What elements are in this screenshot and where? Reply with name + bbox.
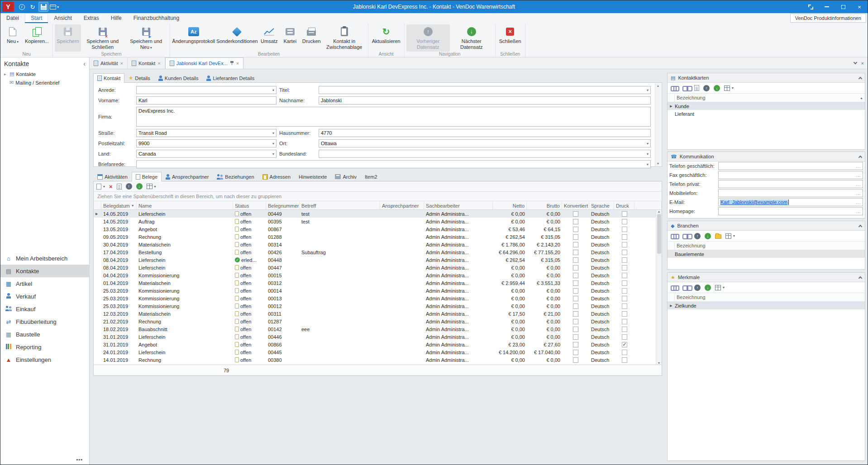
table-row[interactable]: 09.05.2019 Rechnung offen 01288 Admin Ad… [94,233,656,241]
schliessen-button[interactable]: Schließen [497,24,523,52]
naechster-datensatz-button[interactable]: ↓ Nächster Datensatz [450,24,493,52]
tab-ansprechpartner[interactable]: Ansprechpartner [162,172,213,181]
druck-checkbox[interactable] [622,342,627,347]
move-up-button[interactable]: ↑ [126,183,132,190]
column-header-sachbearbeiter[interactable]: Sachbearbeiter [424,201,493,210]
table-row[interactable]: 01.04.2019 Materialschein offen 00312 Ad… [94,279,656,287]
column-header-konvertiert[interactable]: Konvertiert [562,201,589,210]
grid-vertical-scrollbar[interactable]: ▲ ▼ [656,210,662,365]
vorheriger-datensatz-button[interactable]: ↑ Vorheriger Datensatz [406,24,450,52]
druck-checkbox[interactable] [622,304,627,309]
tree-item-kontakte[interactable]: ▸ ▤ Kontakte [0,70,89,78]
druck-checkbox[interactable] [622,242,627,247]
ellipsis-button[interactable]: … [856,181,861,187]
konvertiert-checkbox[interactable] [573,342,578,347]
kontaktkarten-header[interactable]: ▤ Kontaktkarten [668,73,865,83]
mobiltelefon-input[interactable]: … [718,189,863,197]
column-header-brutto[interactable]: Brutto [527,201,562,210]
folder-icon[interactable] [715,234,721,239]
tab-list-dropdown-icon[interactable] [853,61,857,64]
email-input[interactable]: Karl_Jablonski@example.com… [718,198,863,206]
konvertiert-checkbox[interactable] [573,357,578,363]
ellipsis-button[interactable]: … [856,199,861,205]
sidebar-item-baustelle[interactable]: ▦ Baustelle [0,328,89,341]
collapse-sidebar-icon[interactable]: ‹ [83,60,86,67]
telefon-geschaeftlich-input[interactable]: … [718,162,863,170]
konvertiert-checkbox[interactable] [573,265,578,270]
print-cards-icon[interactable] [694,85,699,91]
ribbon-tab-extras[interactable]: Extras [78,13,105,23]
unlink-icon[interactable] [682,85,690,90]
refresh-button[interactable]: ↻ [28,2,38,12]
grid-settings-button[interactable]: ▾ [724,85,734,91]
branchen-header[interactable]: ◆ Branchen [668,221,865,231]
konvertiert-checkbox[interactable] [573,219,578,224]
column-header-ansprechpartner[interactable]: Ansprechpartner [380,201,424,210]
druck-checkbox[interactable] [622,296,627,301]
circle-up-icon[interactable]: ↑ [703,85,710,91]
merkmale-header[interactable]: ★ Merkmale [668,273,865,282]
land-combobox[interactable]: Canada▾ [136,150,277,158]
list-item-bauelemente[interactable]: Bauelemente [668,250,865,258]
sidebar-item-mein-arbeitsbereich[interactable]: ⌂ Mein Arbeitsbereich [0,252,89,265]
druck-checkbox[interactable] [622,273,627,278]
ellipsis-button[interactable]: … [856,172,861,178]
form-scrollbar[interactable]: ▲▼ [655,83,661,166]
info-button[interactable]: i [17,2,27,12]
window-layout-button[interactable]: ▾ [49,2,59,12]
tab-beziehungen[interactable]: Beziehungen [213,172,258,181]
table-row[interactable]: 25.03.2019 Kommissionierung offen 00012 … [94,302,656,310]
table-row[interactable]: 25.03.2019 Kommissionierung offen 00013 … [94,294,656,302]
email-value[interactable]: Karl_Jablonski@example.com [720,199,788,205]
neu-button[interactable]: Neu▾ [2,24,23,52]
list-item-lieferant[interactable]: Lieferant [668,110,865,118]
minimize-button[interactable] [819,0,835,13]
konvertiert-checkbox[interactable] [573,311,578,317]
column-header-druck[interactable]: Druck [614,201,634,210]
table-row[interactable]: 18.02.2019 Bauabschnitt offen 00142 eee … [94,325,656,333]
ribbon-tab-datei[interactable]: Datei [0,13,25,23]
column-header-belegnummer[interactable]: Belegnummer [266,201,300,210]
grid-settings-button[interactable]: ▾ [725,233,735,239]
speichern-und-neu-button[interactable]: ▸ Speichern und Neu▾ [124,24,168,52]
ribbon-tab-finanzbuchhaltung[interactable]: Finanzbuchhaltung [128,13,185,23]
konvertiert-checkbox[interactable] [573,280,578,286]
druck-checkbox[interactable] [622,319,627,324]
sidebar-item-reporting[interactable]: Reporting [0,341,89,353]
branchen-column-header[interactable]: Bezeichnung [668,242,865,250]
column-header-netto[interactable]: Netto [493,201,527,210]
aktualisieren-button[interactable]: ↻ Aktualisieren [370,24,402,52]
table-row[interactable]: 31.01.2019 Angebot offen 00866 Admin Adm… [94,341,656,348]
tab-kontakt[interactable]: Kontakt [93,73,124,83]
circle-down-icon[interactable]: ↓ [705,233,711,239]
pin-icon[interactable] [230,61,234,66]
druck-checkbox[interactable] [622,334,627,340]
table-row[interactable]: 12.03.2019 Materialschein offen 00311 Ad… [94,310,656,318]
new-beleg-button[interactable]: ▾ [96,184,105,190]
kontakt-in-zwischenablage-button[interactable]: Kontakt in Zwischenablage [323,24,366,52]
druck-checkbox[interactable] [622,227,627,232]
doc-tab-jablonski[interactable]: Jablonski Karl DevEx... × [165,57,244,69]
sidebar-item-fibuueberleitung[interactable]: ⇄ Fibuüberleitung [0,315,89,328]
tab-archiv[interactable]: Archiv [331,172,361,181]
table-row[interactable]: 14.05.2019 Lieferschein offen 00449 test… [94,210,656,218]
sidebar-overflow-button[interactable]: ••• [0,455,89,465]
sidebar-item-einkauf[interactable]: Einkauf [0,303,89,315]
briefanrede-combobox[interactable]: ▾ [136,160,651,168]
drucken-button[interactable]: Drucken [300,24,323,52]
sidebar-item-artikel[interactable]: ▦ Artikel [0,277,89,290]
group-by-panel[interactable]: Ziehen Sie eine Spaltenüberschrift in di… [94,192,662,201]
konvertiert-checkbox[interactable] [573,234,578,240]
circle-down-icon[interactable]: ↓ [705,285,711,291]
hausnummer-input[interactable]: 4770 [319,129,651,137]
table-row[interactable]: 08.04.2019 Lieferschein offen 00447 Admi… [94,264,656,271]
kontaktkarten-column-header[interactable]: Bezeichnung ▲ [668,94,865,102]
circle-up-icon[interactable]: ↑ [694,285,701,291]
druck-checkbox[interactable] [622,250,627,255]
druck-checkbox[interactable] [622,257,627,263]
konvertiert-checkbox[interactable] [573,211,578,217]
konvertiert-checkbox[interactable] [573,242,578,247]
column-header-name[interactable]: Name [137,201,233,210]
list-item-zielkunde[interactable]: ▶ Zielkunde [668,302,865,309]
tab-hinweistexte[interactable]: Hinweistexte [295,172,331,181]
